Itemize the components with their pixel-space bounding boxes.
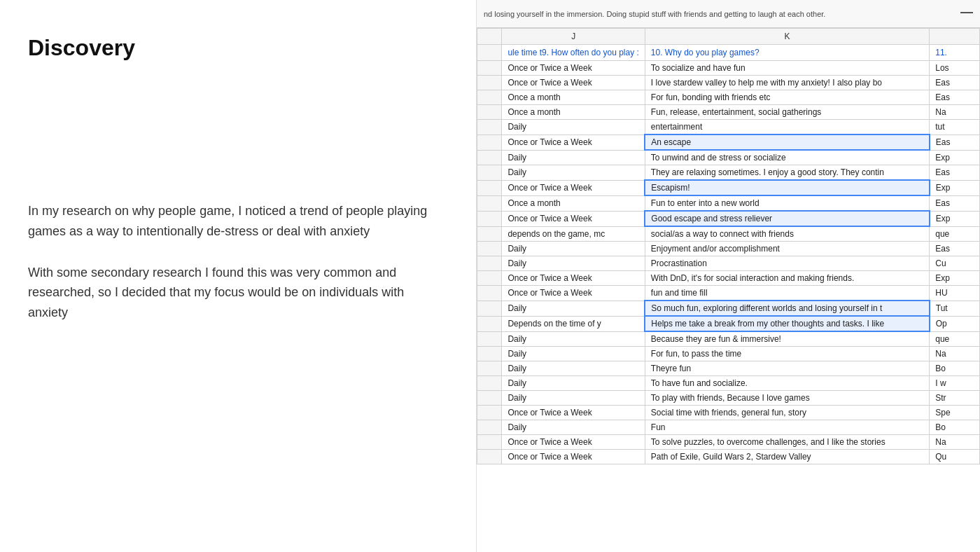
cell-frequency[interactable]: Daily (502, 242, 645, 256)
cell-reason[interactable]: For fun, to pass the time (645, 347, 929, 361)
cell-extra[interactable]: Exp (930, 211, 980, 226)
cell-reason[interactable]: Fun, release, entertainment, social gath… (645, 105, 929, 120)
cell-frequency[interactable]: Once or Twice a Week (502, 76, 645, 90)
cell-frequency[interactable]: Once or Twice a Week (502, 406, 645, 420)
cell-extra[interactable]: Str (930, 391, 980, 406)
close-icon[interactable]: — (960, 6, 973, 18)
cell-frequency[interactable]: Once or Twice a Week (502, 180, 645, 195)
cell-extra[interactable]: Qu (930, 450, 980, 464)
cell-extra[interactable]: Bo (930, 361, 980, 376)
cell-reason[interactable]: Fun (645, 420, 929, 435)
cell-extra[interactable]: Exp (930, 180, 980, 195)
cell-extra[interactable]: Eas (930, 242, 980, 256)
cell-frequency[interactable]: Once a month (502, 195, 645, 211)
cell-reason[interactable]: To socialize and have fun (645, 61, 929, 76)
cell-extra[interactable]: Los (930, 61, 980, 76)
cell-extra[interactable]: Bo (930, 420, 980, 435)
cell-reason[interactable]: Procrastination (645, 256, 929, 271)
cell-reason[interactable]: Fun to enter into a new world (645, 195, 929, 211)
cell-frequency[interactable]: Once or Twice a Week (502, 271, 645, 286)
cell-frequency[interactable]: Daily (502, 165, 645, 181)
cell-extra[interactable]: Op (930, 316, 980, 331)
cell-frequency[interactable]: Daily (502, 391, 645, 406)
cell-frequency[interactable]: Depends on the time of y (502, 316, 645, 331)
cell-reason[interactable]: For fun, bonding with friends etc (645, 90, 929, 105)
cell-frequency[interactable]: Once or Twice a Week (502, 286, 645, 301)
cell-extra[interactable]: I w (930, 376, 980, 391)
cell-frequency[interactable]: Once a month (502, 90, 645, 105)
cell-reason[interactable]: With DnD, it's for social interaction an… (645, 271, 929, 286)
cell-reason[interactable]: To have fun and socialize. (645, 376, 929, 391)
cell-frequency[interactable]: Daily (502, 256, 645, 271)
table-row: DailyBecause they are fun & immersive!qu… (477, 331, 980, 347)
cell-frequency[interactable]: Once a month (502, 105, 645, 120)
left-panel: Discovery In my research on why people g… (0, 0, 462, 552)
cell-extra[interactable]: tut (930, 120, 980, 135)
cell-reason[interactable]: Path of Exile, Guild Wars 2, Stardew Val… (645, 450, 929, 464)
cell-extra[interactable]: que (930, 331, 980, 347)
cell-extra[interactable]: Eas (930, 76, 980, 90)
cell-frequency[interactable]: Once or Twice a Week (502, 450, 645, 464)
cell-frequency[interactable]: Once or Twice a Week (502, 61, 645, 76)
cell-reason[interactable]: Enjoyment and/or accomplishment (645, 242, 929, 256)
cell-frequency[interactable]: Daily (502, 120, 645, 135)
cell-reason[interactable]: To unwind and de stress or socialize (645, 150, 929, 165)
cell-reason[interactable]: I love stardew valley to help me with my… (645, 76, 929, 90)
row-number (477, 347, 502, 361)
cell-extra[interactable]: HU (930, 286, 980, 301)
table-row: Once a monthFun to enter into a new worl… (477, 195, 980, 211)
cell-extra[interactable]: Exp (930, 150, 980, 165)
cell-extra[interactable]: Eas (930, 165, 980, 181)
cell-extra[interactable]: Cu (930, 256, 980, 271)
paragraph-1: In my research on why people game, I not… (28, 201, 434, 242)
cell-reason[interactable]: Social time with friends, general fun, s… (645, 406, 929, 420)
cell-extra[interactable]: Na (930, 435, 980, 450)
cell-frequency[interactable]: Once or Twice a Week (502, 134, 645, 150)
cell-extra[interactable]: Na (930, 347, 980, 361)
cell-reason[interactable]: An escape (645, 134, 929, 150)
cell-frequency[interactable]: Daily (502, 347, 645, 361)
cell-frequency[interactable]: Daily (502, 331, 645, 347)
cell-frequency[interactable]: Once or Twice a Week (502, 211, 645, 226)
cell-frequency[interactable]: Once or Twice a Week (502, 435, 645, 450)
row-number (477, 420, 502, 435)
cell-frequency[interactable]: Daily (502, 150, 645, 165)
cell-extra[interactable]: Eas (930, 90, 980, 105)
row-number (477, 450, 502, 464)
cell-extra[interactable]: Eas (930, 195, 980, 211)
cell-reason[interactable]: entertainment (645, 120, 929, 135)
row-number (477, 406, 502, 420)
cell-frequency[interactable]: Daily (502, 376, 645, 391)
cell-frequency[interactable]: Daily (502, 361, 645, 376)
table-row: DailyTo have fun and socialize.I w (477, 376, 980, 391)
cell-reason[interactable]: Because they are fun & immersive! (645, 331, 929, 347)
table-row: DailyProcrastinationCu (477, 256, 980, 271)
cell-extra[interactable]: Exp (930, 271, 980, 286)
cell-extra[interactable]: que (930, 226, 980, 242)
table-row: Once or Twice a WeekSocial time with fri… (477, 406, 980, 420)
cell-reason[interactable]: So much fun, exploring different worlds … (645, 301, 929, 316)
row-number (477, 150, 502, 165)
cell-reason[interactable]: social/as a way to connect with friends (645, 226, 929, 242)
cell-frequency[interactable]: Daily (502, 301, 645, 316)
cell-extra[interactable]: Tut (930, 301, 980, 316)
cell-reason[interactable]: Good escape and stress reliever (645, 211, 929, 226)
cell-reason[interactable]: To solve puzzles, to overcome challenges… (645, 435, 929, 450)
cell-reason[interactable]: Escapism! (645, 180, 929, 195)
cell-reason[interactable]: fun and time fill (645, 286, 929, 301)
cell-extra[interactable]: Na (930, 105, 980, 120)
cell-frequency[interactable]: Daily (502, 420, 645, 435)
cell-extra[interactable]: Eas (930, 134, 980, 150)
row-number (477, 331, 502, 347)
col-k-header[interactable]: K (645, 29, 929, 45)
cell-reason[interactable]: Helps me take a break from my other thou… (645, 316, 929, 331)
spreadsheet-table: J K ule time t9. How often do you play :… (477, 28, 980, 464)
cell-reason[interactable]: To play with friends, Because I love gam… (645, 391, 929, 406)
cell-frequency[interactable]: depends on the game, mc (502, 226, 645, 242)
cell-reason[interactable]: Theyre fun (645, 361, 929, 376)
cell-extra[interactable]: Spe (930, 406, 980, 420)
col-j-header[interactable]: J (502, 29, 645, 45)
row-number (477, 286, 502, 301)
cell-reason[interactable]: They are relaxing sometimes. I enjoy a g… (645, 165, 929, 181)
table-row: Once or Twice a WeekPath of Exile, Guild… (477, 450, 980, 464)
